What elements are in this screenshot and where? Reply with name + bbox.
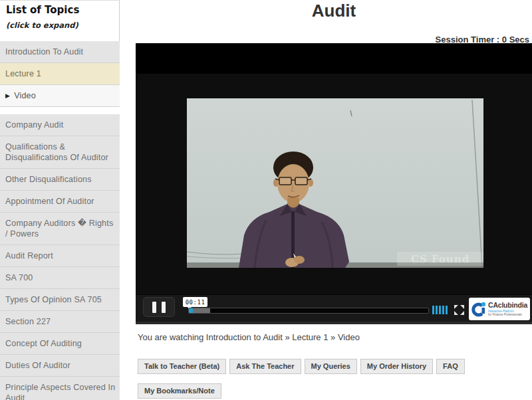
seek-bar[interactable] — [188, 308, 429, 314]
action-tabs-row-1: Talk to Teacher (Beta) Ask The Teacher M… — [138, 359, 465, 374]
watching-breadcrumb: You are watching Introduction to Audit »… — [138, 332, 360, 342]
sidebar-title: List of Topics — [6, 4, 115, 16]
sidebar-item-principle-aspects-covered[interactable]: Principle Aspects Covered In Audit — [0, 377, 120, 400]
pause-button[interactable] — [143, 297, 175, 317]
tab-my-bookmarks-note[interactable]: My Bookmarks/Note — [138, 383, 221, 399]
action-tabs-row-2: My Bookmarks/Note — [138, 383, 221, 399]
page-title: Audit — [136, 1, 532, 21]
tab-my-queries[interactable]: My Queries — [305, 359, 357, 374]
expand-arrow-icon: ▶ — [5, 92, 10, 99]
sidebar-item-video[interactable]: ▶Video — [0, 85, 120, 107]
sidebar-header: List of Topics (click to expand) — [0, 0, 120, 41]
tab-ask-the-teacher[interactable]: Ask The Teacher — [229, 359, 301, 374]
sidebar-item-qualifications-disqualifications[interactable]: Qualifications & Disqualifications Of Au… — [0, 136, 120, 169]
topics-sidebar: List of Topics (click to expand) Introdu… — [0, 0, 120, 400]
video-letterbox-strip — [136, 43, 532, 74]
sidebar-item-types-of-opinion-sa-705[interactable]: Types Of Opinion SA 705 — [0, 289, 120, 311]
logo-tagline-2: for Finance Professionals — [488, 313, 527, 316]
caclubindia-logo-icon — [471, 300, 487, 318]
fullscreen-icon — [454, 304, 465, 316]
caclubindia-logo[interactable]: CAclubindia Interactive Platform for Fin… — [469, 298, 530, 320]
sidebar-item-concept-of-auditing[interactable]: Concept Of Auditing — [0, 333, 120, 355]
page: List of Topics (click to expand) Introdu… — [0, 0, 532, 400]
logo-text-block: CAclubindia Interactive Platform for Fin… — [488, 302, 527, 316]
video-frame: CS Found — [187, 98, 483, 268]
sidebar-item-appointment-of-auditor[interactable]: Appointment Of Auditor — [0, 191, 120, 213]
fullscreen-button[interactable] — [454, 304, 465, 316]
sidebar-item-sa-700[interactable]: SA 700 — [0, 267, 120, 289]
volume-bars-icon — [432, 306, 434, 314]
video-controls-bar: 00:11 — [136, 294, 532, 324]
sidebar-item-section-227[interactable]: Section 227 — [0, 311, 120, 333]
sidebar-item-company-auditors-rights-powers[interactable]: Company Auditors � Rights / Powers — [0, 213, 120, 245]
sidebar-item-other-disqualifications[interactable]: Other Disqualifications — [0, 169, 120, 191]
watermark-text: CS Found — [411, 253, 469, 265]
sidebar-item-audit-report[interactable]: Audit Report — [0, 245, 120, 267]
logo-brand-text: CAclubindia — [488, 302, 527, 309]
sidebar-item-introduction-to-audit[interactable]: Introduction To Audit — [0, 41, 120, 63]
sidebar-item-video-label: Video — [14, 91, 36, 100]
sidebar-item-company-audit[interactable]: Company Audit — [0, 114, 120, 136]
sidebar-item-duties-of-auditor[interactable]: Duties Of Auditor — [0, 355, 120, 377]
seek-bar-buffered — [193, 308, 210, 313]
time-tooltip: 00:11 — [183, 297, 207, 307]
pause-icon — [152, 302, 156, 313]
sidebar-subtitle: (click to expand) — [6, 21, 115, 30]
tab-faq[interactable]: FAQ — [436, 359, 465, 374]
video-player: CS Found 00:11 — [136, 43, 532, 324]
sidebar-group-gap — [0, 107, 120, 114]
tab-my-order-history[interactable]: My Order History — [360, 359, 433, 374]
volume-control[interactable] — [432, 305, 448, 314]
tab-talk-to-teacher[interactable]: Talk to Teacher (Beta) — [138, 359, 226, 374]
sidebar-item-lecture-1[interactable]: Lecture 1 — [0, 63, 120, 85]
lecturer-illustration: CS Found — [187, 98, 483, 268]
